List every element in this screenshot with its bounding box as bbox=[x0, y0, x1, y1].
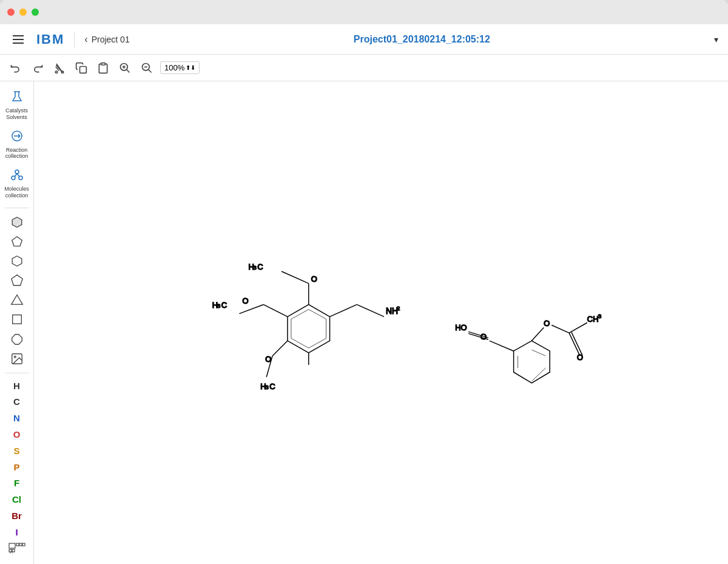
svg-text:C: C bbox=[221, 301, 227, 310]
svg-line-61 bbox=[272, 341, 288, 356]
svg-point-22 bbox=[15, 170, 19, 174]
svg-line-51 bbox=[281, 271, 309, 284]
svg-line-70 bbox=[531, 350, 545, 356]
undo-button[interactable] bbox=[7, 59, 24, 76]
sidebar-divider-2 bbox=[5, 373, 29, 373]
atom-S-button[interactable]: S bbox=[5, 443, 29, 458]
back-arrow-icon: ‹ bbox=[84, 34, 87, 45]
svg-marker-44 bbox=[291, 310, 326, 348]
svg-text:2: 2 bbox=[397, 305, 400, 311]
svg-point-3 bbox=[55, 71, 57, 73]
triangle-tool[interactable] bbox=[7, 291, 27, 309]
svg-text:CH: CH bbox=[587, 314, 599, 324]
molecule-1: NH 2 O H 3 C O H bbox=[212, 262, 400, 391]
svg-text:O: O bbox=[311, 274, 317, 284]
molecules-icon bbox=[10, 168, 24, 185]
molecule-2: O HO O O bbox=[455, 313, 602, 383]
svg-line-25 bbox=[15, 174, 17, 177]
atom-Cl-button[interactable]: Cl bbox=[5, 492, 29, 507]
svg-line-79 bbox=[551, 325, 569, 333]
svg-marker-30 bbox=[11, 275, 22, 285]
square-tool[interactable] bbox=[7, 310, 27, 328]
periodic-table-button[interactable]: PT bbox=[7, 541, 27, 559]
svg-line-45 bbox=[330, 305, 357, 317]
ibm-logo: IBM bbox=[36, 32, 75, 47]
molecule-canvas[interactable]: NH 2 O H 3 C O H bbox=[34, 81, 728, 564]
atom-H-button[interactable]: H bbox=[5, 378, 29, 393]
svg-line-15 bbox=[149, 69, 152, 72]
sidebar-item-catalysts-solvents[interactable]: Catalysts Solvents bbox=[2, 86, 32, 124]
svg-text:HO: HO bbox=[455, 323, 467, 332]
svg-rect-2 bbox=[13, 42, 24, 44]
svg-rect-39 bbox=[22, 543, 25, 546]
svg-line-83 bbox=[569, 323, 587, 333]
project-dropdown-icon[interactable]: ▾ bbox=[714, 35, 718, 44]
svg-marker-33 bbox=[12, 334, 22, 344]
svg-text:O: O bbox=[544, 319, 550, 328]
zoom-value: 100% bbox=[164, 63, 184, 72]
atom-I-button[interactable]: I bbox=[5, 525, 29, 540]
sidebar-divider-1 bbox=[5, 208, 29, 208]
search-button[interactable] bbox=[116, 59, 133, 76]
sidebar-item-reaction-collection[interactable]: Reaction collection bbox=[2, 126, 32, 164]
svg-rect-0 bbox=[13, 35, 24, 36]
atom-C-button[interactable]: C bbox=[5, 395, 29, 410]
close-button[interactable] bbox=[7, 8, 15, 16]
svg-marker-68 bbox=[514, 341, 550, 383]
svg-line-72 bbox=[490, 341, 514, 351]
ibm-logo-text: IBM bbox=[36, 32, 75, 47]
svg-marker-31 bbox=[11, 295, 22, 305]
app-header: IBM ‹ Project 01 Project01_20180214_12:0… bbox=[0, 24, 728, 55]
svg-text:C: C bbox=[257, 262, 263, 271]
hexagon-filled-tool[interactable] bbox=[7, 213, 27, 231]
svg-line-55 bbox=[263, 305, 288, 317]
octagon-tool[interactable] bbox=[7, 330, 27, 348]
maximize-button[interactable] bbox=[32, 8, 39, 16]
app-window: IBM ‹ Project 01 Project01_20180214_12:0… bbox=[0, 0, 728, 564]
image-tool[interactable] bbox=[7, 350, 27, 368]
minimize-button[interactable] bbox=[19, 8, 27, 16]
atom-Br-button[interactable]: Br bbox=[5, 508, 29, 523]
atom-O-button[interactable]: O bbox=[5, 427, 29, 442]
molecules-collection-label: Molecules collection bbox=[3, 186, 31, 199]
redo-button[interactable] bbox=[29, 59, 46, 76]
pentagon-tool[interactable] bbox=[7, 233, 27, 251]
zoom-stepper-icon: ⬆⬇ bbox=[186, 64, 195, 71]
menu-button[interactable] bbox=[10, 31, 27, 48]
title-bar bbox=[0, 0, 728, 24]
svg-text:3: 3 bbox=[253, 264, 257, 271]
copy-button[interactable] bbox=[73, 59, 90, 76]
app-content: IBM ‹ Project 01 Project01_20180214_12:0… bbox=[0, 24, 728, 564]
svg-marker-43 bbox=[288, 305, 330, 353]
sidebar-item-molecules-collection[interactable]: Molecules collection bbox=[2, 165, 32, 203]
svg-line-46 bbox=[357, 305, 384, 317]
svg-line-26 bbox=[17, 174, 19, 177]
svg-line-11 bbox=[127, 69, 130, 72]
svg-rect-1 bbox=[13, 39, 24, 40]
svg-line-57 bbox=[239, 305, 263, 314]
project-title: Project01_20180214_12:05:12 bbox=[140, 34, 704, 45]
atom-N-button[interactable]: N bbox=[5, 410, 29, 426]
paste-button[interactable] bbox=[95, 59, 112, 76]
svg-text:3: 3 bbox=[598, 313, 602, 319]
svg-text:O: O bbox=[242, 296, 248, 305]
svg-rect-32 bbox=[12, 315, 21, 324]
pentagon2-tool[interactable] bbox=[7, 271, 27, 290]
hexagon-tool[interactable] bbox=[7, 252, 27, 270]
back-navigation[interactable]: ‹ Project 01 bbox=[84, 34, 129, 45]
zoom-button[interactable] bbox=[138, 59, 155, 76]
svg-line-77 bbox=[531, 327, 544, 341]
reaction-icon bbox=[10, 129, 24, 146]
atom-F-button[interactable]: F bbox=[5, 476, 29, 491]
svg-text:O: O bbox=[577, 353, 583, 362]
svg-rect-9 bbox=[101, 63, 106, 64]
svg-marker-27 bbox=[12, 217, 22, 227]
atom-P-button[interactable]: P bbox=[5, 460, 29, 475]
svg-text:PT: PT bbox=[10, 551, 13, 554]
zoom-control[interactable]: 100% ⬆⬇ bbox=[160, 61, 200, 74]
project-name-label: Project 01 bbox=[92, 35, 130, 44]
cut-button[interactable] bbox=[51, 59, 68, 76]
svg-point-35 bbox=[14, 356, 16, 358]
svg-marker-28 bbox=[12, 237, 22, 246]
svg-rect-37 bbox=[16, 543, 19, 546]
